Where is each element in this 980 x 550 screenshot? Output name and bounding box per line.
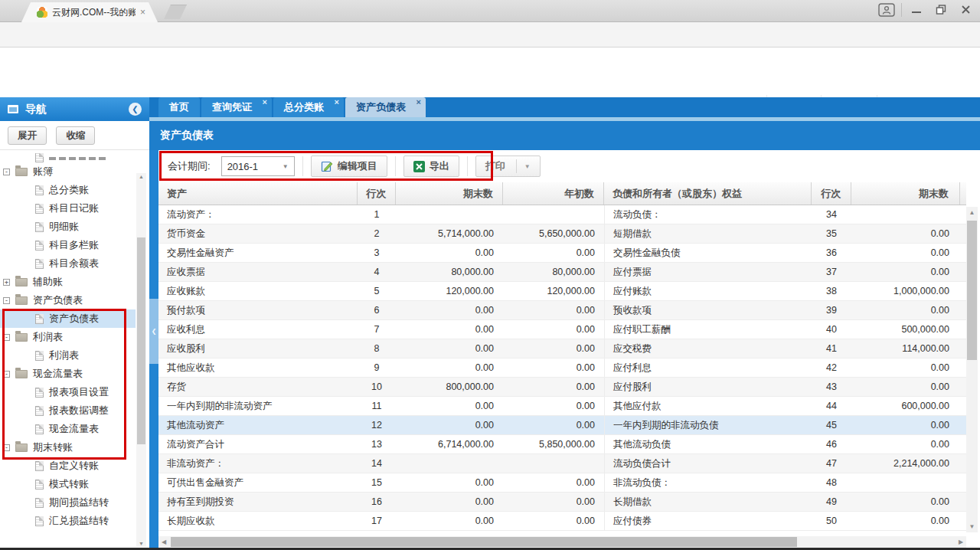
table-row[interactable]: 应收利息70.000.00应付职工薪酬40500,000.00 [158, 320, 966, 339]
scroll-left-icon[interactable]: ◀ [158, 536, 169, 548]
tree-item-明细账[interactable]: 明细账 [0, 218, 136, 236]
scroll-down-icon[interactable]: ▼ [136, 541, 146, 546]
browser-tab-close-icon[interactable]: × [140, 7, 145, 18]
table-row[interactable]: 可供出售金融资产150.000.00非流动负债：48 [158, 473, 966, 493]
liability-ending-cell: 0.00 [851, 244, 960, 262]
browser-titlebar: 云财网.COM--我的账套 × [0, 0, 980, 22]
nav-collapse-icon[interactable]: ❮ [129, 103, 142, 116]
horizontal-scrollbar[interactable]: ◀ ▶ [158, 536, 966, 548]
clipped-cell [960, 358, 966, 377]
table-row[interactable]: 应收票据480,000.0080,000.00应付票据370.00 [158, 263, 966, 282]
browser-tab[interactable]: 云财网.COM--我的账套 × [21, 2, 158, 22]
print-button[interactable]: 打印 ▼ [475, 156, 541, 177]
table-row[interactable]: 一年内到期的非流动资产110.000.00其他应付款44600,000.00 [158, 397, 966, 416]
col-header-liability[interactable]: 负债和所有者（或股东）权益 [604, 182, 812, 205]
expand-toggle-icon[interactable]: + [3, 279, 10, 286]
tree-item-汇兑损益结转[interactable]: 汇兑损益结转 [0, 512, 136, 530]
table-row[interactable]: 货币资金25,714,000.005,650,000.00短期借款350.00 [158, 224, 966, 244]
table-row[interactable]: 其他流动资产120.000.00一年内到期的非流动负债450.00 [158, 416, 966, 435]
asset-ending-cell: 0.00 [396, 301, 503, 319]
table-row[interactable]: 其他应收款90.000.00应付利息420.00 [158, 358, 966, 378]
splitter-collapse-handle[interactable]: ❮ [149, 299, 158, 364]
print-dropdown[interactable]: ▼ [516, 159, 531, 173]
close-button[interactable] [956, 2, 975, 18]
table-row[interactable]: 流动资产：1流动负债：34 [158, 205, 966, 224]
table-row[interactable]: 非流动资产：14流动负债合计472,214,000.00 [158, 454, 966, 473]
col-header-beginning[interactable]: 年初数 [503, 182, 604, 205]
col-header-line[interactable]: 行次 [358, 182, 396, 205]
col-header-ending[interactable]: 期末数 [396, 182, 503, 205]
table-row[interactable]: 存货10800,000.000.00应付股利430.00 [158, 378, 966, 397]
tree-item-自定义转账[interactable]: 自定义转账 [0, 457, 136, 475]
tree-item-现金流量表[interactable]: 现金流量表 [0, 420, 136, 438]
clipped-cell [960, 454, 966, 473]
panel-splitter[interactable]: ❮ [149, 97, 158, 550]
tree-item-partial[interactable] [0, 153, 136, 162]
collapse-toggle-icon[interactable]: - [3, 444, 10, 451]
tab-close-icon[interactable]: × [335, 97, 339, 106]
profile-icon[interactable] [877, 2, 897, 18]
export-button[interactable]: 导出 [403, 156, 459, 177]
tree-scrollbar-thumb[interactable] [137, 237, 145, 444]
table-row[interactable]: 交易性金融资产30.000.00交易性金融负债360.00 [158, 244, 966, 263]
asset-line-cell: 14 [358, 454, 396, 473]
asset-ending-cell [396, 454, 503, 473]
tab-close-icon[interactable]: × [416, 97, 421, 106]
tree-folder-资产负债表[interactable]: -资产负债表 [0, 291, 136, 309]
tab-bar: 首页查询凭证×总分类账×资产负债表× [149, 97, 980, 117]
tree-item-利润表[interactable]: 利润表 [0, 346, 136, 365]
table-row[interactable]: 应收股利80.000.00应交税费41114,000.00 [158, 339, 966, 358]
tree-item-资产负债表-selected[interactable]: 资产负债表 [0, 309, 136, 328]
minimize-button[interactable] [906, 2, 926, 18]
scroll-up-icon[interactable]: ▲ [136, 174, 146, 179]
vertical-scrollbar[interactable]: ▲ ▼ [966, 207, 978, 532]
tree-folder-账簿[interactable]: -账簿 [0, 162, 136, 181]
scroll-down-icon[interactable]: ▼ [966, 523, 978, 530]
nav-tree: -账簿总分类账科目日记账明细账科目多栏账科目余额表+辅助账-资产负债表资产负债表… [0, 153, 136, 550]
tree-item-总分类账[interactable]: 总分类账 [0, 181, 136, 199]
scroll-right-icon[interactable]: ▶ [956, 536, 966, 548]
edit-items-button[interactable]: 编辑项目 [311, 156, 387, 177]
table-row[interactable]: 应收账款5120,000.00120,000.00应付账款381,000,000… [158, 282, 966, 301]
table-row[interactable]: 持有至到期投资160.000.00长期借款490.00 [158, 493, 966, 512]
tree-scrollbar[interactable]: ▲ ▼ [136, 173, 146, 547]
collapse-all-button[interactable]: 收缩 [56, 126, 95, 145]
expand-all-button[interactable]: 展开 [8, 126, 47, 145]
vertical-scrollbar-thumb[interactable] [967, 221, 977, 360]
horizontal-scrollbar-thumb[interactable] [171, 537, 797, 547]
table-row[interactable]: 流动资产合计136,714,000.005,850,000.00其他流动负债46… [158, 435, 966, 454]
new-tab-button[interactable] [164, 5, 187, 19]
col-header-ending2[interactable]: 期末数 [851, 182, 960, 205]
tree-item-模式转账[interactable]: 模式转账 [0, 475, 136, 493]
collapse-toggle-icon[interactable]: - [3, 371, 10, 378]
period-select[interactable]: 2016-1 ▼ [221, 156, 295, 176]
tab-查询凭证[interactable]: 查询凭证× [201, 97, 272, 117]
table-row[interactable]: 长期应收款170.000.00应付债券500.00 [158, 512, 966, 531]
asset-line-cell: 4 [358, 263, 396, 281]
tree-folder-利润表[interactable]: -利润表 [0, 328, 136, 346]
tree-item-科目日记账[interactable]: 科目日记账 [0, 199, 136, 218]
tab-总分类账[interactable]: 总分类账× [273, 97, 344, 117]
table-row[interactable]: 预付款项60.000.00预收款项390.00 [158, 301, 966, 320]
restore-button[interactable] [931, 2, 951, 18]
collapse-toggle-icon[interactable]: - [3, 169, 10, 175]
tree-item-科目多栏账[interactable]: 科目多栏账 [0, 236, 136, 254]
col-header-asset[interactable]: 资产 [158, 182, 358, 205]
tree-item-科目余额表[interactable]: 科目余额表 [0, 254, 136, 273]
collapse-toggle-icon[interactable]: - [3, 297, 10, 304]
tree-item-期间损益结转[interactable]: 期间损益结转 [0, 493, 136, 512]
scroll-up-icon[interactable]: ▲ [966, 209, 978, 216]
tree-folder-现金流量表[interactable]: -现金流量表 [0, 365, 136, 383]
asset-line-cell: 15 [358, 473, 396, 492]
tree-item-报表项目设置[interactable]: 报表项目设置 [0, 383, 136, 401]
tab-资产负债表[interactable]: 资产负债表× [345, 97, 426, 117]
tab-close-icon[interactable]: × [263, 97, 267, 106]
tab-首页[interactable]: 首页 [158, 97, 200, 117]
collapse-toggle-icon[interactable]: - [3, 334, 10, 341]
col-header-line2[interactable]: 行次 [812, 182, 851, 205]
tree-item-报表数据调整[interactable]: 报表数据调整 [0, 401, 136, 420]
liability-ending-cell: 0.00 [851, 435, 960, 453]
tree-folder-辅助账[interactable]: +辅助账 [0, 273, 136, 291]
tree-folder-期末转账[interactable]: -期末转账 [0, 438, 136, 457]
liability-name-cell: 应付账款 [604, 282, 812, 300]
